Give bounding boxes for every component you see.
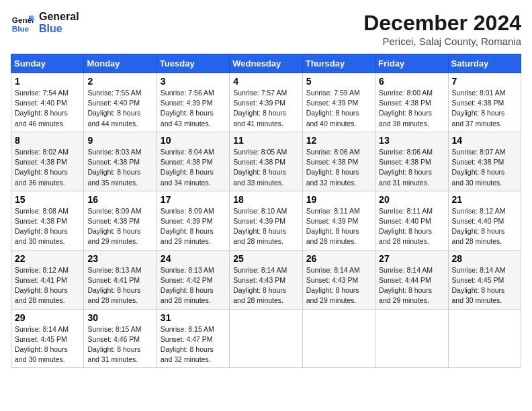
sunrise-label: Sunrise: bbox=[15, 266, 42, 274]
sunrise-label: Sunrise: bbox=[233, 266, 261, 274]
calendar-cell: 17 Sunrise: 8:09 AM Sunset: 4:39 PM Dayl… bbox=[157, 191, 229, 250]
sunrise-value: 8:11 AM bbox=[334, 207, 360, 215]
sunset-value: 4:39 PM bbox=[332, 99, 358, 107]
sunrise-label: Sunrise: bbox=[233, 207, 261, 215]
daylight-label: Daylight: 8 hours and 34 minutes. bbox=[161, 168, 214, 186]
sunset-value: 4:38 PM bbox=[41, 217, 67, 225]
sunset-value: 4:43 PM bbox=[259, 276, 285, 284]
sunset-label: Sunset: bbox=[15, 158, 41, 166]
calendar-cell: 2 Sunrise: 7:55 AM Sunset: 4:40 PM Dayli… bbox=[84, 73, 157, 132]
sunset-label: Sunset: bbox=[87, 158, 114, 166]
day-info: Sunrise: 8:14 AM Sunset: 4:44 PM Dayligh… bbox=[379, 265, 444, 306]
daylight-label: Daylight: 8 hours and 43 minutes. bbox=[161, 109, 214, 127]
day-number: 31 bbox=[161, 312, 226, 323]
sunrise-value: 8:14 AM bbox=[480, 266, 506, 274]
sunset-value: 4:40 PM bbox=[41, 99, 67, 107]
sunrise-label: Sunrise: bbox=[452, 148, 480, 156]
sunset-value: 4:38 PM bbox=[405, 99, 431, 107]
daylight-label: Daylight: 8 hours and 30 minutes. bbox=[15, 345, 68, 363]
sunset-label: Sunset: bbox=[452, 158, 478, 166]
calendar-cell: 11 Sunrise: 8:05 AM Sunset: 4:38 PM Dayl… bbox=[230, 132, 302, 191]
day-info: Sunrise: 7:55 AM Sunset: 4:40 PM Dayligh… bbox=[87, 88, 152, 129]
day-number: 3 bbox=[161, 76, 226, 87]
sunrise-label: Sunrise: bbox=[379, 207, 406, 215]
logo-text-blue: Blue bbox=[39, 23, 79, 35]
daylight-label: Daylight: 8 hours and 30 minutes. bbox=[452, 168, 505, 186]
day-info: Sunrise: 8:11 AM Sunset: 4:40 PM Dayligh… bbox=[379, 206, 444, 247]
sunset-label: Sunset: bbox=[161, 99, 187, 107]
day-info: Sunrise: 8:12 AM Sunset: 4:41 PM Dayligh… bbox=[15, 265, 80, 306]
sunset-label: Sunset: bbox=[379, 158, 405, 166]
day-number: 4 bbox=[233, 76, 298, 87]
sunset-value: 4:38 PM bbox=[332, 158, 358, 166]
calendar-cell: 8 Sunrise: 8:02 AM Sunset: 4:38 PM Dayli… bbox=[11, 132, 84, 191]
sunrise-label: Sunrise: bbox=[87, 207, 115, 215]
title-block: December 2024 Pericei, Salaj County, Rom… bbox=[363, 11, 521, 47]
day-info: Sunrise: 8:14 AM Sunset: 4:43 PM Dayligh… bbox=[306, 265, 371, 306]
day-number: 29 bbox=[15, 312, 80, 323]
day-info: Sunrise: 8:05 AM Sunset: 4:38 PM Dayligh… bbox=[233, 147, 298, 188]
daylight-label: Daylight: 8 hours and 36 minutes. bbox=[15, 168, 68, 186]
day-info: Sunrise: 8:00 AM Sunset: 4:38 PM Dayligh… bbox=[379, 88, 444, 129]
sunset-label: Sunset: bbox=[379, 99, 405, 107]
sunset-label: Sunset: bbox=[233, 217, 259, 225]
sunrise-label: Sunrise: bbox=[161, 207, 188, 215]
sunrise-value: 7:56 AM bbox=[188, 89, 214, 97]
day-info: Sunrise: 7:57 AM Sunset: 4:39 PM Dayligh… bbox=[233, 88, 298, 129]
sunset-label: Sunset: bbox=[15, 276, 41, 284]
sunset-label: Sunset: bbox=[161, 217, 187, 225]
day-number: 27 bbox=[379, 253, 444, 264]
sunrise-value: 8:00 AM bbox=[407, 89, 433, 97]
day-number: 23 bbox=[87, 253, 152, 264]
sunrise-label: Sunrise: bbox=[233, 148, 261, 156]
sunset-label: Sunset: bbox=[306, 158, 332, 166]
calendar-cell: 7 Sunrise: 8:01 AM Sunset: 4:38 PM Dayli… bbox=[448, 73, 521, 132]
calendar-cell: 13 Sunrise: 8:06 AM Sunset: 4:38 PM Dayl… bbox=[375, 132, 448, 191]
logo-text-general: General bbox=[39, 11, 79, 23]
day-info: Sunrise: 8:13 AM Sunset: 4:42 PM Dayligh… bbox=[161, 265, 226, 306]
sunrise-label: Sunrise: bbox=[306, 148, 334, 156]
daylight-label: Daylight: 8 hours and 28 minutes. bbox=[233, 286, 286, 304]
logo-icon: General Blue bbox=[11, 11, 35, 35]
sunrise-value: 7:59 AM bbox=[334, 89, 360, 97]
daylight-label: Daylight: 8 hours and 29 minutes. bbox=[161, 227, 214, 245]
sunset-label: Sunset: bbox=[452, 99, 478, 107]
day-info: Sunrise: 8:15 AM Sunset: 4:47 PM Dayligh… bbox=[161, 324, 226, 365]
calendar-cell: 5 Sunrise: 7:59 AM Sunset: 4:39 PM Dayli… bbox=[302, 73, 375, 132]
day-info: Sunrise: 8:10 AM Sunset: 4:39 PM Dayligh… bbox=[233, 206, 298, 247]
sunrise-label: Sunrise: bbox=[87, 266, 115, 274]
sunset-value: 4:43 PM bbox=[332, 276, 358, 284]
sunset-value: 4:39 PM bbox=[259, 99, 285, 107]
day-info: Sunrise: 7:54 AM Sunset: 4:40 PM Dayligh… bbox=[15, 88, 80, 129]
calendar-cell: 24 Sunrise: 8:13 AM Sunset: 4:42 PM Dayl… bbox=[157, 250, 229, 309]
sunrise-value: 8:04 AM bbox=[188, 148, 214, 156]
daylight-label: Daylight: 8 hours and 29 minutes. bbox=[306, 286, 359, 304]
sunrise-value: 8:14 AM bbox=[42, 325, 69, 333]
sunrise-label: Sunrise: bbox=[161, 148, 188, 156]
sunrise-value: 8:09 AM bbox=[116, 207, 142, 215]
sunset-label: Sunset: bbox=[87, 99, 114, 107]
day-number: 28 bbox=[452, 253, 517, 264]
location-text: Pericei, Salaj County, Romania bbox=[363, 36, 521, 47]
sunrise-value: 8:02 AM bbox=[42, 148, 69, 156]
calendar-cell: 6 Sunrise: 8:00 AM Sunset: 4:38 PM Dayli… bbox=[375, 73, 448, 132]
sunset-value: 4:41 PM bbox=[114, 276, 140, 284]
calendar-week-row: 8 Sunrise: 8:02 AM Sunset: 4:38 PM Dayli… bbox=[11, 132, 521, 191]
sunset-value: 4:45 PM bbox=[41, 335, 67, 343]
calendar-cell: 16 Sunrise: 8:09 AM Sunset: 4:38 PM Dayl… bbox=[84, 191, 157, 250]
day-info: Sunrise: 8:08 AM Sunset: 4:38 PM Dayligh… bbox=[15, 206, 80, 247]
sunrise-value: 8:09 AM bbox=[188, 207, 214, 215]
day-number: 6 bbox=[379, 76, 444, 87]
sunset-value: 4:39 PM bbox=[186, 217, 212, 225]
day-number: 13 bbox=[379, 135, 444, 146]
sunrise-value: 8:12 AM bbox=[42, 266, 69, 274]
calendar-cell: 25 Sunrise: 8:14 AM Sunset: 4:43 PM Dayl… bbox=[230, 250, 302, 309]
sunrise-value: 8:15 AM bbox=[116, 325, 142, 333]
sunrise-label: Sunrise: bbox=[233, 89, 261, 97]
weekday-header-row: SundayMondayTuesdayWednesdayThursdayFrid… bbox=[11, 54, 521, 73]
calendar-cell: 26 Sunrise: 8:14 AM Sunset: 4:43 PM Dayl… bbox=[302, 250, 375, 309]
sunrise-value: 8:14 AM bbox=[261, 266, 287, 274]
day-info: Sunrise: 7:59 AM Sunset: 4:39 PM Dayligh… bbox=[306, 88, 371, 129]
calendar-cell: 19 Sunrise: 8:11 AM Sunset: 4:39 PM Dayl… bbox=[302, 191, 375, 250]
sunrise-label: Sunrise: bbox=[15, 89, 42, 97]
